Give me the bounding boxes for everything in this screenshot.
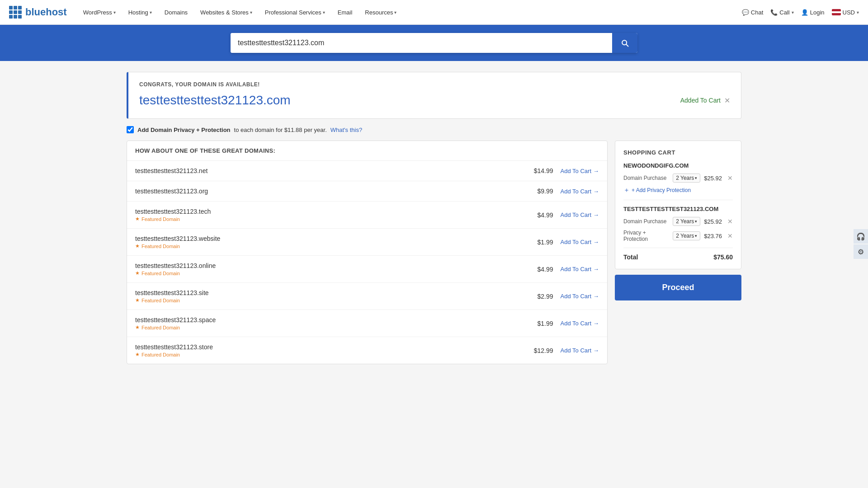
domain-row-left-7: testtesttesttest321123.store★Featured Do…	[135, 343, 213, 357]
add-to-cart-button-3[interactable]: Add To Cart →	[561, 239, 599, 245]
domain-name-6: testtesttesttest321123.space	[135, 316, 216, 324]
congrats-domain-row: testtesttesttest321123.com Added To Cart…	[139, 93, 730, 108]
chat-label: Chat	[751, 9, 763, 16]
logo-grid-icon	[9, 6, 22, 19]
added-cart-area: Added To Cart ✕	[680, 96, 730, 105]
domain-price-1: $9.99	[528, 188, 553, 195]
add-to-cart-button-6[interactable]: Add To Cart →	[561, 320, 599, 327]
chat-action[interactable]: 💬 Chat	[742, 9, 763, 16]
featured-label-5: Featured Domain	[142, 298, 180, 303]
nav-item-domains[interactable]: Domains	[159, 5, 193, 19]
featured-label-6: Featured Domain	[142, 325, 180, 330]
domain-name-3: testtesttesttest321123.website	[135, 235, 220, 242]
domain-row-right-7: $12.99Add To Cart →	[528, 347, 599, 354]
domain-price-5: $2.99	[528, 293, 553, 300]
proceed-button[interactable]: Proceed	[615, 275, 741, 300]
login-action[interactable]: 👤 Login	[801, 9, 825, 16]
cart-privacy-years-label-2: 2 Years	[676, 233, 694, 239]
cart-domain-1: NEWODONDGIFG.COM	[623, 162, 733, 169]
add-to-cart-button-4[interactable]: Add To Cart →	[561, 266, 599, 272]
domain-row-6: testtesttesttest321123.space★Featured Do…	[127, 310, 607, 337]
featured-badge-6: ★Featured Domain	[135, 324, 216, 330]
privacy-text-after: to each domain for $11.88 per year.	[234, 127, 327, 133]
nav-item-wordpress[interactable]: WordPress▾	[78, 5, 121, 19]
cart-add-privacy-1[interactable]: ＋ + Add Privacy Protection	[623, 186, 733, 194]
add-to-cart-button-7[interactable]: Add To Cart →	[561, 347, 599, 354]
domain-row-right-4: $4.99Add To Cart →	[528, 266, 599, 273]
star-icon: ★	[135, 270, 140, 276]
cart-label-1: Domain Purchase	[623, 175, 669, 181]
cart-years-2[interactable]: 2 Years ▾	[673, 217, 700, 226]
congrats-label: CONGRATS, YOUR DOMAIN IS AVAILABLE!	[139, 81, 730, 88]
nav-item-hosting[interactable]: Hosting▾	[123, 5, 157, 19]
featured-badge-7: ★Featured Domain	[135, 352, 213, 357]
domains-section-header: HOW ABOUT ONE OF THESE GREAT DOMAINS:	[127, 141, 607, 161]
privacy-checkbox[interactable]	[127, 126, 134, 133]
domain-row-left-6: testtesttesttest321123.space★Featured Do…	[135, 316, 216, 330]
domain-row-right-1: $9.99Add To Cart →	[528, 188, 599, 195]
add-to-cart-button-2[interactable]: Add To Cart →	[561, 211, 599, 218]
privacy-whats-this-link[interactable]: What's this?	[330, 127, 362, 133]
cart-line-1-purchase: Domain Purchase 2 Years ▾ $25.92 ✕	[623, 174, 733, 183]
cart-remove-2[interactable]: ✕	[727, 218, 733, 225]
cart-years-chevron-2: ▾	[695, 219, 697, 224]
nav-chevron-icon: ▾	[150, 10, 152, 15]
search-wrap	[231, 33, 637, 53]
domain-price-4: $4.99	[528, 266, 553, 273]
nav-item-websites-&-stores[interactable]: Websites & Stores▾	[195, 5, 258, 19]
call-action[interactable]: 📞 Call ▾	[770, 9, 793, 16]
cart-years-1[interactable]: 2 Years ▾	[673, 174, 700, 183]
currency-action[interactable]: USD ▾	[832, 9, 859, 16]
domains-container: testtesttesttest321123.net$14.99Add To C…	[127, 161, 607, 364]
nav-chevron-icon: ▾	[323, 10, 325, 15]
search-button[interactable]	[612, 33, 637, 53]
nav-item-resources[interactable]: Resources▾	[359, 5, 402, 19]
nav-item-professional-services[interactable]: Professional Services▾	[259, 5, 330, 19]
domain-row-1: testtesttesttest321123.org$9.99Add To Ca…	[127, 181, 607, 202]
nav-chevron-icon: ▾	[250, 10, 252, 15]
star-icon: ★	[135, 243, 140, 249]
search-input[interactable]	[231, 33, 612, 53]
main-nav: WordPress▾Hosting▾DomainsWebsites & Stor…	[78, 5, 402, 19]
nav-chevron-icon: ▾	[113, 10, 116, 15]
login-label: Login	[810, 9, 825, 16]
featured-badge-4: ★Featured Domain	[135, 270, 216, 276]
domain-row-3: testtesttesttest321123.website★Featured …	[127, 229, 607, 256]
added-to-cart-label: Added To Cart	[680, 97, 721, 104]
main-content: CONGRATS, YOUR DOMAIN IS AVAILABLE! test…	[0, 61, 868, 375]
domain-price-0: $14.99	[528, 167, 553, 174]
chat-icon: 💬	[742, 9, 749, 16]
remove-domain-button[interactable]: ✕	[724, 96, 730, 105]
sidebar-icon-2[interactable]: ⚙	[854, 244, 868, 259]
star-icon: ★	[135, 324, 140, 330]
flag-icon	[832, 9, 841, 15]
header: bluehost WordPress▾Hosting▾DomainsWebsit…	[0, 0, 868, 25]
cart-line-2-purchase: Domain Purchase 2 Years ▾ $25.92 ✕	[623, 217, 733, 226]
domain-row-left-2: testtesttesttest321123.tech★Featured Dom…	[135, 208, 211, 222]
domain-price-2: $4.99	[528, 211, 553, 219]
add-to-cart-button-5[interactable]: Add To Cart →	[561, 293, 599, 300]
cart-domain-2: TESTTESTTESTTEST321123.COM	[623, 206, 733, 212]
add-to-cart-button-1[interactable]: Add To Cart →	[561, 188, 599, 195]
search-icon	[620, 38, 629, 47]
domain-row-right-5: $2.99Add To Cart →	[528, 293, 599, 300]
featured-badge-3: ★Featured Domain	[135, 243, 220, 249]
add-to-cart-button-0[interactable]: Add To Cart →	[561, 168, 599, 174]
sidebar-icon-1[interactable]: 🎧	[854, 229, 868, 244]
domain-row-left-1: testtesttesttest321123.org	[135, 188, 208, 195]
cart-years-chevron-1: ▾	[695, 176, 697, 180]
cart-total-divider	[623, 248, 733, 248]
domain-price-7: $12.99	[528, 347, 553, 354]
domain-row-left-5: testtesttesttest321123.site★Featured Dom…	[135, 289, 209, 303]
cart-label-2: Domain Purchase	[623, 218, 669, 225]
domain-name-1: testtesttesttest321123.org	[135, 188, 208, 195]
featured-badge-2: ★Featured Domain	[135, 216, 211, 222]
logo[interactable]: bluehost	[9, 6, 67, 19]
cart-years-label-2: 2 Years	[676, 218, 694, 225]
cart-privacy-years-2[interactable]: 2 Years ▾	[673, 231, 700, 240]
cart-box: SHOPPING CART NEWODONDGIFG.COM Domain Pu…	[615, 141, 741, 269]
cart-remove-1[interactable]: ✕	[727, 174, 733, 182]
star-icon: ★	[135, 297, 140, 303]
nav-item-email[interactable]: Email	[332, 5, 358, 19]
cart-remove-privacy-2[interactable]: ✕	[727, 232, 733, 239]
